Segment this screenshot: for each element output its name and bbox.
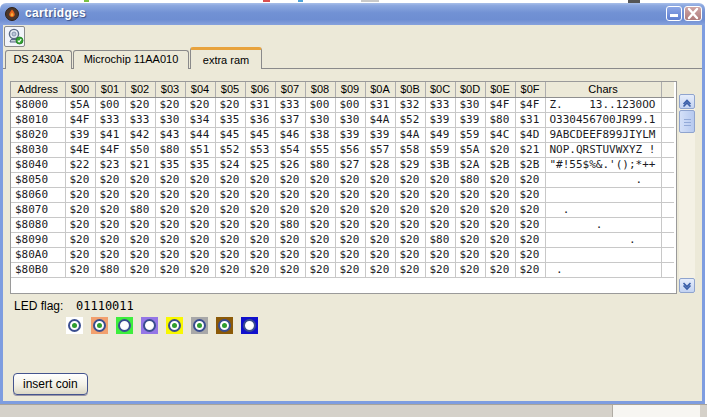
byte-cell[interactable]: $80: [485, 112, 515, 127]
byte-cell[interactable]: $24: [215, 157, 245, 172]
byte-cell[interactable]: $52: [215, 142, 245, 157]
byte-cell[interactable]: $49: [425, 127, 455, 142]
byte-cell[interactable]: $20: [215, 172, 245, 187]
byte-cell[interactable]: $30: [335, 112, 365, 127]
byte-cell[interactable]: $34: [185, 112, 215, 127]
byte-cell[interactable]: $20: [305, 202, 335, 217]
byte-cell[interactable]: $20: [155, 202, 185, 217]
byte-cell[interactable]: $20: [65, 232, 95, 247]
byte-cell[interactable]: $20: [95, 247, 125, 262]
led-radio[interactable]: [141, 317, 158, 334]
byte-cell[interactable]: $20: [515, 247, 545, 262]
led-radio[interactable]: [216, 317, 233, 334]
byte-cell[interactable]: $2B: [515, 157, 545, 172]
byte-cell[interactable]: $37: [275, 112, 305, 127]
byte-cell[interactable]: $20: [155, 187, 185, 202]
byte-cell[interactable]: $20: [515, 232, 545, 247]
byte-cell[interactable]: $41: [95, 127, 125, 142]
scroll-up-button[interactable]: [679, 94, 695, 109]
byte-cell[interactable]: $20: [275, 232, 305, 247]
byte-cell[interactable]: $20: [245, 232, 275, 247]
byte-cell[interactable]: $20: [365, 202, 395, 217]
byte-cell[interactable]: $30: [305, 112, 335, 127]
byte-cell[interactable]: $27: [335, 157, 365, 172]
scroll-down-button[interactable]: [679, 278, 695, 293]
byte-cell[interactable]: $20: [455, 202, 485, 217]
byte-cell[interactable]: $00: [335, 97, 365, 112]
byte-cell[interactable]: $20: [365, 187, 395, 202]
byte-cell[interactable]: $20: [275, 187, 305, 202]
byte-cell[interactable]: $20: [485, 262, 515, 277]
byte-cell[interactable]: $20: [185, 232, 215, 247]
vertical-scrollbar[interactable]: [679, 94, 695, 293]
byte-cell[interactable]: $20: [245, 217, 275, 232]
byte-cell[interactable]: $20: [455, 262, 485, 277]
byte-cell[interactable]: $20: [155, 172, 185, 187]
byte-cell[interactable]: $20: [335, 247, 365, 262]
led-radio[interactable]: [166, 317, 183, 334]
byte-cell[interactable]: $22: [65, 157, 95, 172]
byte-cell[interactable]: $20: [125, 172, 155, 187]
byte-cell[interactable]: $23: [95, 157, 125, 172]
byte-cell[interactable]: $38: [305, 127, 335, 142]
led-radio[interactable]: [91, 317, 108, 334]
byte-cell[interactable]: $20: [95, 232, 125, 247]
byte-cell[interactable]: $20: [455, 247, 485, 262]
byte-cell[interactable]: $80: [455, 172, 485, 187]
byte-cell[interactable]: $39: [65, 127, 95, 142]
byte-cell[interactable]: $20: [65, 172, 95, 187]
byte-cell[interactable]: $20: [395, 232, 425, 247]
byte-cell[interactable]: $20: [65, 187, 95, 202]
tab-microchip-11aa010[interactable]: Microchip 11AA010: [73, 50, 189, 69]
byte-cell[interactable]: $20: [335, 172, 365, 187]
byte-cell[interactable]: $20: [185, 217, 215, 232]
byte-cell[interactable]: $21: [125, 157, 155, 172]
byte-cell[interactable]: $4F: [65, 112, 95, 127]
byte-cell[interactable]: $80: [425, 232, 455, 247]
byte-cell[interactable]: $20: [335, 262, 365, 277]
byte-cell[interactable]: $20: [215, 247, 245, 262]
byte-cell[interactable]: $20: [275, 247, 305, 262]
byte-cell[interactable]: $20: [125, 217, 155, 232]
byte-cell[interactable]: $20: [305, 172, 335, 187]
byte-cell[interactable]: $20: [365, 247, 395, 262]
close-button[interactable]: [684, 6, 702, 21]
byte-cell[interactable]: $52: [395, 112, 425, 127]
byte-cell[interactable]: $20: [485, 202, 515, 217]
byte-cell[interactable]: $2A: [455, 157, 485, 172]
byte-cell[interactable]: $35: [215, 112, 245, 127]
byte-cell[interactable]: $20: [215, 232, 245, 247]
byte-cell[interactable]: $33: [275, 97, 305, 112]
tab-ds-2430a[interactable]: DS 2430A: [5, 50, 72, 69]
byte-cell[interactable]: $20: [515, 172, 545, 187]
byte-cell[interactable]: $4F: [515, 97, 545, 112]
byte-cell[interactable]: $20: [425, 202, 455, 217]
byte-cell[interactable]: $20: [65, 217, 95, 232]
byte-cell[interactable]: $20: [95, 187, 125, 202]
byte-cell[interactable]: $20: [95, 202, 125, 217]
byte-cell[interactable]: $45: [215, 127, 245, 142]
byte-cell[interactable]: $4C: [485, 127, 515, 142]
byte-cell[interactable]: $80: [95, 262, 125, 277]
byte-cell[interactable]: $20: [455, 217, 485, 232]
byte-cell[interactable]: $00: [95, 97, 125, 112]
byte-cell[interactable]: $20: [515, 187, 545, 202]
byte-cell[interactable]: $80: [305, 157, 335, 172]
byte-cell[interactable]: $20: [485, 187, 515, 202]
byte-cell[interactable]: $59: [455, 127, 485, 142]
byte-cell[interactable]: $20: [275, 172, 305, 187]
byte-cell[interactable]: $20: [305, 247, 335, 262]
byte-cell[interactable]: $55: [305, 142, 335, 157]
byte-cell[interactable]: $20: [245, 247, 275, 262]
byte-cell[interactable]: $45: [245, 127, 275, 142]
byte-cell[interactable]: $20: [275, 262, 305, 277]
byte-cell[interactable]: $39: [455, 112, 485, 127]
byte-cell[interactable]: $20: [425, 217, 455, 232]
byte-cell[interactable]: $20: [425, 187, 455, 202]
byte-cell[interactable]: $20: [215, 262, 245, 277]
byte-cell[interactable]: $58: [395, 142, 425, 157]
byte-cell[interactable]: $31: [515, 112, 545, 127]
byte-cell[interactable]: $20: [155, 247, 185, 262]
byte-cell[interactable]: $20: [395, 187, 425, 202]
byte-cell[interactable]: $51: [185, 142, 215, 157]
